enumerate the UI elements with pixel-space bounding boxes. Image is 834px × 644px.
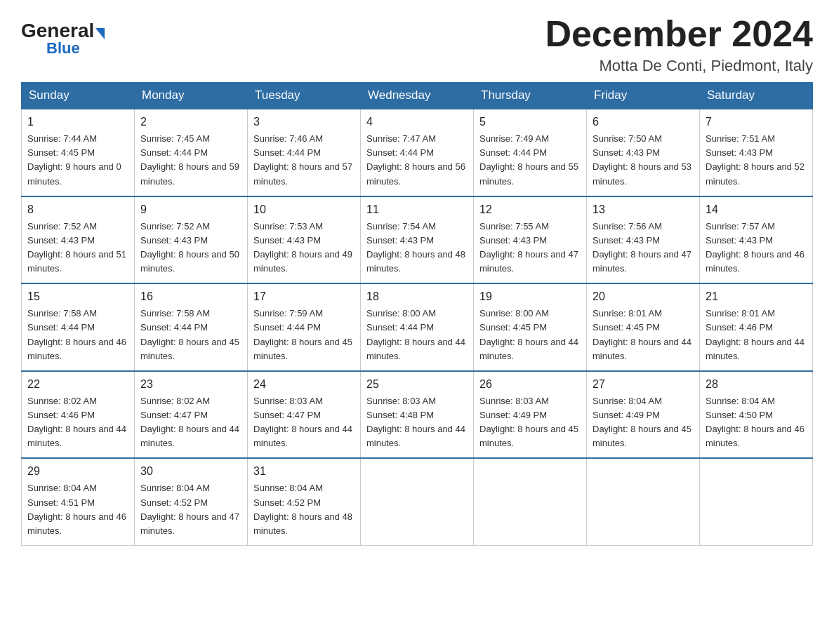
day-number: 29 — [27, 463, 128, 480]
day-number: 17 — [253, 288, 355, 305]
day-number: 9 — [140, 201, 241, 218]
title-block: December 2024 Motta De Conti, Piedmont, … — [545, 14, 813, 75]
day-info: Sunrise: 8:02 AMSunset: 4:46 PMDaylight:… — [27, 394, 128, 451]
day-number: 20 — [593, 288, 694, 305]
day-number: 25 — [366, 376, 468, 393]
day-number: 4 — [366, 114, 468, 130]
calendar-cell: 17Sunrise: 7:59 AMSunset: 4:44 PMDayligh… — [248, 283, 361, 371]
day-number: 24 — [253, 376, 355, 393]
calendar-cell: 25Sunrise: 8:03 AMSunset: 4:48 PMDayligh… — [361, 371, 474, 459]
day-info: Sunrise: 7:54 AMSunset: 4:43 PMDaylight:… — [366, 220, 468, 276]
calendar-cell: 23Sunrise: 8:02 AMSunset: 4:47 PMDayligh… — [135, 371, 248, 459]
day-info: Sunrise: 8:00 AMSunset: 4:44 PMDaylight:… — [366, 307, 468, 363]
calendar-cell: 12Sunrise: 7:55 AMSunset: 4:43 PMDayligh… — [474, 196, 587, 284]
day-number: 12 — [479, 201, 581, 218]
day-number: 21 — [706, 288, 807, 305]
calendar-cell: 28Sunrise: 8:04 AMSunset: 4:50 PMDayligh… — [700, 371, 813, 459]
day-info: Sunrise: 8:01 AMSunset: 4:46 PMDaylight:… — [706, 307, 807, 363]
day-number: 11 — [366, 201, 468, 218]
logo: General Blue — [21, 21, 105, 56]
day-number: 18 — [366, 288, 468, 305]
calendar-cell: 8Sunrise: 7:52 AMSunset: 4:43 PMDaylight… — [22, 196, 135, 284]
day-info: Sunrise: 7:49 AMSunset: 4:44 PMDaylight:… — [479, 132, 581, 189]
week-row-4: 22Sunrise: 8:02 AMSunset: 4:46 PMDayligh… — [22, 371, 813, 459]
day-info: Sunrise: 8:04 AMSunset: 4:52 PMDaylight:… — [140, 481, 241, 538]
day-number: 10 — [253, 201, 355, 218]
day-info: Sunrise: 8:03 AMSunset: 4:48 PMDaylight:… — [366, 394, 468, 451]
calendar-cell — [700, 458, 813, 545]
day-info: Sunrise: 8:04 AMSunset: 4:52 PMDaylight:… — [253, 481, 355, 538]
day-info: Sunrise: 8:04 AMSunset: 4:51 PMDaylight:… — [27, 481, 128, 538]
day-number: 19 — [479, 288, 581, 305]
day-info: Sunrise: 7:56 AMSunset: 4:43 PMDaylight:… — [593, 220, 694, 276]
day-info: Sunrise: 8:01 AMSunset: 4:45 PMDaylight:… — [593, 307, 694, 363]
day-info: Sunrise: 7:55 AMSunset: 4:43 PMDaylight:… — [479, 220, 581, 276]
calendar-cell: 3Sunrise: 7:46 AMSunset: 4:44 PMDaylight… — [248, 109, 361, 196]
calendar-cell: 16Sunrise: 7:58 AMSunset: 4:44 PMDayligh… — [135, 283, 248, 371]
day-info: Sunrise: 7:51 AMSunset: 4:43 PMDaylight:… — [706, 132, 807, 189]
day-info: Sunrise: 7:45 AMSunset: 4:44 PMDaylight:… — [140, 132, 241, 189]
calendar-cell: 2Sunrise: 7:45 AMSunset: 4:44 PMDaylight… — [135, 109, 248, 196]
day-number: 26 — [479, 376, 581, 393]
calendar-cell: 7Sunrise: 7:51 AMSunset: 4:43 PMDaylight… — [700, 109, 813, 196]
calendar-cell — [587, 458, 700, 545]
page-header: General Blue December 2024 Motta De Cont… — [21, 14, 813, 75]
col-wednesday: Wednesday — [361, 83, 474, 109]
day-info: Sunrise: 7:46 AMSunset: 4:44 PMDaylight:… — [253, 132, 355, 189]
calendar-cell: 29Sunrise: 8:04 AMSunset: 4:51 PMDayligh… — [22, 458, 135, 545]
day-number: 13 — [593, 201, 694, 218]
col-thursday: Thursday — [474, 83, 587, 109]
logo-general: General — [21, 21, 94, 41]
day-number: 1 — [27, 114, 128, 130]
day-info: Sunrise: 8:03 AMSunset: 4:47 PMDaylight:… — [253, 394, 355, 451]
calendar-cell: 26Sunrise: 8:03 AMSunset: 4:49 PMDayligh… — [474, 371, 587, 459]
day-number: 6 — [593, 114, 694, 130]
day-info: Sunrise: 7:53 AMSunset: 4:43 PMDaylight:… — [253, 220, 355, 276]
week-row-1: 1Sunrise: 7:44 AMSunset: 4:45 PMDaylight… — [22, 109, 813, 196]
calendar-cell: 24Sunrise: 8:03 AMSunset: 4:47 PMDayligh… — [248, 371, 361, 459]
week-row-3: 15Sunrise: 7:58 AMSunset: 4:44 PMDayligh… — [22, 283, 813, 371]
day-number: 7 — [706, 114, 807, 130]
calendar-cell: 9Sunrise: 7:52 AMSunset: 4:43 PMDaylight… — [135, 196, 248, 284]
calendar-cell — [474, 458, 587, 545]
calendar-cell: 10Sunrise: 7:53 AMSunset: 4:43 PMDayligh… — [248, 196, 361, 284]
day-info: Sunrise: 7:57 AMSunset: 4:43 PMDaylight:… — [706, 220, 807, 276]
logo-triangle-icon — [95, 28, 105, 39]
calendar-cell: 13Sunrise: 7:56 AMSunset: 4:43 PMDayligh… — [587, 196, 700, 284]
day-number: 3 — [253, 114, 355, 130]
calendar-cell: 30Sunrise: 8:04 AMSunset: 4:52 PMDayligh… — [135, 458, 248, 545]
calendar-cell: 1Sunrise: 7:44 AMSunset: 4:45 PMDaylight… — [22, 109, 135, 196]
calendar-cell: 22Sunrise: 8:02 AMSunset: 4:46 PMDayligh… — [22, 371, 135, 459]
calendar-cell: 6Sunrise: 7:50 AMSunset: 4:43 PMDaylight… — [587, 109, 700, 196]
logo-blue: Blue — [46, 41, 80, 56]
day-info: Sunrise: 8:04 AMSunset: 4:49 PMDaylight:… — [593, 394, 694, 451]
col-friday: Friday — [587, 83, 700, 109]
calendar-header-row: Sunday Monday Tuesday Wednesday Thursday… — [22, 83, 813, 109]
day-info: Sunrise: 7:52 AMSunset: 4:43 PMDaylight:… — [27, 220, 128, 276]
day-number: 14 — [706, 201, 807, 218]
day-number: 2 — [140, 114, 241, 130]
calendar-table: Sunday Monday Tuesday Wednesday Thursday… — [21, 82, 813, 546]
day-number: 23 — [140, 376, 241, 393]
day-number: 15 — [27, 288, 128, 305]
calendar-cell: 5Sunrise: 7:49 AMSunset: 4:44 PMDaylight… — [474, 109, 587, 196]
col-saturday: Saturday — [700, 83, 813, 109]
calendar-cell: 31Sunrise: 8:04 AMSunset: 4:52 PMDayligh… — [248, 458, 361, 545]
calendar-cell: 15Sunrise: 7:58 AMSunset: 4:44 PMDayligh… — [22, 283, 135, 371]
day-info: Sunrise: 8:04 AMSunset: 4:50 PMDaylight:… — [706, 394, 807, 451]
day-number: 8 — [27, 201, 128, 218]
day-number: 16 — [140, 288, 241, 305]
day-number: 30 — [140, 463, 241, 480]
day-info: Sunrise: 7:58 AMSunset: 4:44 PMDaylight:… — [140, 307, 241, 363]
day-info: Sunrise: 7:44 AMSunset: 4:45 PMDaylight:… — [27, 132, 128, 189]
day-info: Sunrise: 7:50 AMSunset: 4:43 PMDaylight:… — [593, 132, 694, 189]
day-number: 22 — [27, 376, 128, 393]
calendar-cell: 14Sunrise: 7:57 AMSunset: 4:43 PMDayligh… — [700, 196, 813, 284]
day-info: Sunrise: 7:47 AMSunset: 4:44 PMDaylight:… — [366, 132, 468, 189]
page-subtitle: Motta De Conti, Piedmont, Italy — [545, 57, 813, 75]
calendar-cell: 20Sunrise: 8:01 AMSunset: 4:45 PMDayligh… — [587, 283, 700, 371]
day-info: Sunrise: 7:59 AMSunset: 4:44 PMDaylight:… — [253, 307, 355, 363]
day-number: 5 — [479, 114, 581, 130]
calendar-cell: 4Sunrise: 7:47 AMSunset: 4:44 PMDaylight… — [361, 109, 474, 196]
day-info: Sunrise: 8:00 AMSunset: 4:45 PMDaylight:… — [479, 307, 581, 363]
